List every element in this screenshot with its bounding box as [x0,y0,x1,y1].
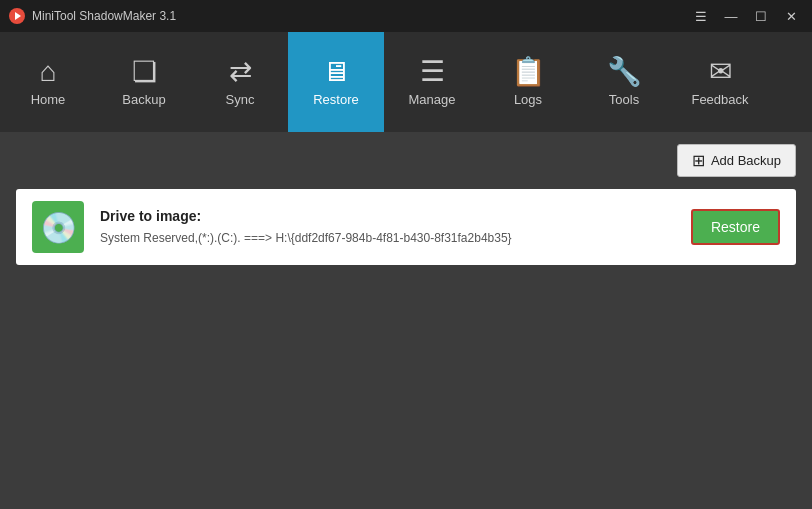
nav-item-feedback[interactable]: ✉Feedback [672,32,768,132]
maximize-button[interactable]: ☐ [748,6,774,26]
backup-nav-icon: ❏ [132,58,157,86]
card-icon-wrap: 💿 [32,201,84,253]
title-left: MiniTool ShadowMaker 3.1 [8,7,176,25]
logs-nav-label: Logs [514,92,542,107]
menu-button[interactable]: ☰ [688,6,714,26]
add-backup-icon: ⊞ [692,151,705,170]
content-area: ⊞ Add Backup 💿 Drive to image: System Re… [0,132,812,509]
nav-item-backup[interactable]: ❏Backup [96,32,192,132]
nav-item-tools[interactable]: 🔧Tools [576,32,672,132]
add-backup-button[interactable]: ⊞ Add Backup [677,144,796,177]
app-title: MiniTool ShadowMaker 3.1 [32,9,176,23]
nav-item-manage[interactable]: ☰Manage [384,32,480,132]
tools-nav-label: Tools [609,92,639,107]
restore-nav-icon: 🖥 [322,58,350,86]
card-info: Drive to image: System Reserved,(*:).(C:… [100,208,675,247]
backup-card: 💿 Drive to image: System Reserved,(*:).(… [16,189,796,265]
tools-nav-icon: 🔧 [607,58,642,86]
manage-nav-icon: ☰ [420,58,445,86]
nav-item-logs[interactable]: 📋Logs [480,32,576,132]
close-button[interactable]: ✕ [778,6,804,26]
home-nav-label: Home [31,92,66,107]
restore-nav-label: Restore [313,92,359,107]
feedback-nav-icon: ✉ [709,58,732,86]
nav-item-sync[interactable]: ⇄Sync [192,32,288,132]
nav-item-home[interactable]: ⌂Home [0,32,96,132]
nav-item-restore[interactable]: 🖥Restore [288,32,384,132]
sync-nav-label: Sync [226,92,255,107]
sync-nav-icon: ⇄ [229,58,252,86]
logs-nav-icon: 📋 [511,58,546,86]
backup-nav-label: Backup [122,92,165,107]
home-nav-icon: ⌂ [40,58,57,86]
card-title: Drive to image: [100,208,675,224]
title-controls: ☰ — ☐ ✕ [688,6,804,26]
manage-nav-label: Manage [409,92,456,107]
app-logo-icon [8,7,26,25]
add-backup-label: Add Backup [711,153,781,168]
title-bar: MiniTool ShadowMaker 3.1 ☰ — ☐ ✕ [0,0,812,32]
card-path: System Reserved,(*:).(C:). ===> H:\{ddf2… [100,230,675,247]
restore-button[interactable]: Restore [691,209,780,245]
minimize-button[interactable]: — [718,6,744,26]
drive-icon: 💿 [40,210,77,245]
toolbar: ⊞ Add Backup [16,144,796,177]
nav-bar: ⌂Home❏Backup⇄Sync🖥Restore☰Manage📋Logs🔧To… [0,32,812,132]
feedback-nav-label: Feedback [691,92,748,107]
